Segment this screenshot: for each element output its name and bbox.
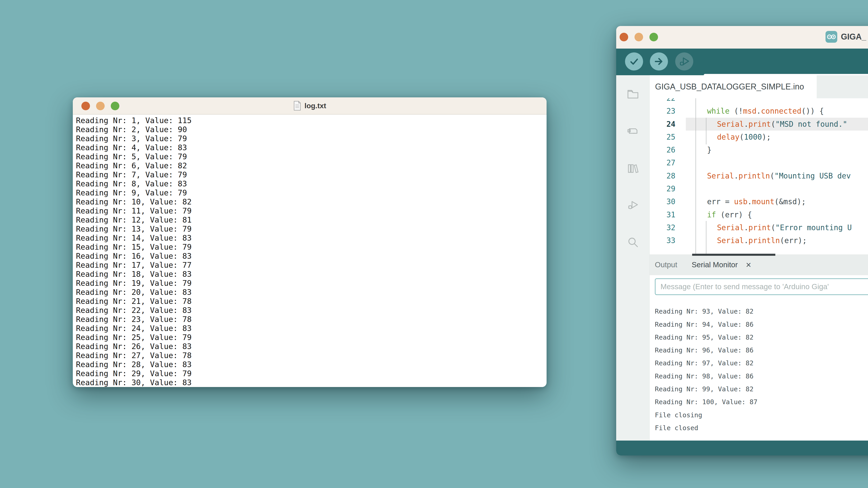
check-icon (629, 56, 639, 67)
books-icon (627, 162, 639, 175)
code-text: while (!msd.connected()) { (686, 105, 868, 118)
serial-message-input[interactable] (655, 278, 868, 295)
close-button[interactable] (81, 102, 90, 110)
zoom-button[interactable] (649, 33, 658, 41)
log-window-title: log.txt (305, 102, 326, 110)
code-line: 33Serial.println(err); (650, 234, 868, 247)
serial-monitor-panel: Reading Nr: 92, Value: 86Reading Nr: 93,… (650, 275, 868, 441)
ide-statusbar (616, 441, 868, 455)
line-number: 33 (650, 234, 675, 247)
serial-line: Reading Nr: 93, Value: 82 (655, 305, 868, 318)
document-icon (293, 101, 301, 111)
log-line: Reading Nr: 26, Value: 83 (76, 342, 547, 351)
code-text: err = usb.mount(&msd); (686, 195, 868, 208)
code-line: 23while (!msd.connected()) { (650, 105, 868, 118)
line-number: 30 (650, 195, 675, 208)
verify-button[interactable] (625, 53, 643, 70)
code-text: Serial.print("Error mounting U (686, 221, 868, 234)
close-serial-monitor-icon[interactable]: × (746, 260, 751, 269)
log-text[interactable]: Reading Nr: 1, Value: 115Reading Nr: 2, … (73, 115, 547, 387)
minimize-button[interactable] (96, 102, 105, 110)
serial-line: Reading Nr: 95, Value: 82 (655, 331, 868, 344)
code-editor[interactable]: 2223while (!msd.connected()) {24Serial.p… (650, 98, 868, 254)
code-text (686, 98, 868, 105)
code-text: Serial.println("Mounting USB dev (686, 169, 868, 182)
line-number: 23 (650, 105, 675, 118)
editor-content-area: GIGA_USB_DATALOGGER_SIMPLE.ino 2223while… (650, 75, 868, 441)
log-line: Reading Nr: 17, Value: 77 (76, 260, 547, 269)
ide-title-wrap: GIGA_ (826, 31, 866, 43)
ide-titlebar[interactable]: GIGA_ (616, 26, 868, 48)
serial-line: Reading Nr: 100, Value: 87 (655, 396, 868, 409)
zoom-button[interactable] (111, 102, 119, 110)
log-line: Reading Nr: 7, Value: 79 (76, 170, 547, 179)
indent-guide (706, 118, 706, 144)
arduino-ide-window: GIGA_ (616, 26, 868, 455)
code-line: 22 (650, 98, 868, 105)
log-line: Reading Nr: 28, Value: 83 (76, 360, 547, 369)
log-traffic-lights (81, 102, 119, 110)
log-window: log.txt Reading Nr: 1, Value: 115Reading… (73, 97, 547, 387)
folder-icon (627, 88, 639, 100)
log-title-wrap: log.txt (293, 101, 326, 111)
log-line: Reading Nr: 6, Value: 82 (76, 161, 547, 170)
debug-icon (627, 199, 639, 212)
serial-line: File closed (655, 422, 868, 434)
sidebar-item-library-manager[interactable] (627, 162, 639, 175)
serial-line: Reading Nr: 97, Value: 82 (655, 357, 868, 369)
serial-line: Reading Nr: 98, Value: 86 (655, 370, 868, 383)
serial-output[interactable]: Reading Nr: 92, Value: 86Reading Nr: 93,… (655, 304, 868, 440)
code-rows: 2223while (!msd.connected()) {24Serial.p… (650, 98, 868, 247)
code-text: Serial.println(err); (686, 234, 868, 247)
desktop: log.txt Reading Nr: 1, Value: 115Reading… (0, 0, 868, 488)
sketch-tab[interactable]: GIGA_USB_DATALOGGER_SIMPLE.ino (650, 75, 817, 98)
code-line: 28Serial.println("Mounting USB dev (650, 169, 868, 182)
serial-line: Reading Nr: 96, Value: 86 (655, 344, 868, 357)
log-line: Reading Nr: 12, Value: 81 (76, 215, 547, 224)
indent-guide (695, 98, 696, 254)
code-line: 32Serial.print("Error mounting U (650, 221, 868, 234)
ide-window-title: GIGA_ (841, 32, 866, 41)
code-line: 26} (650, 143, 868, 156)
code-text (686, 156, 868, 169)
sidebar-item-debug[interactable] (627, 199, 639, 212)
log-line: Reading Nr: 18, Value: 83 (76, 269, 547, 279)
close-button[interactable] (620, 33, 628, 41)
debug-button[interactable] (675, 53, 693, 70)
log-line: Reading Nr: 16, Value: 83 (76, 252, 547, 260)
log-line: Reading Nr: 9, Value: 79 (76, 188, 547, 197)
log-titlebar[interactable]: log.txt (73, 97, 547, 115)
line-number: 32 (650, 221, 675, 234)
log-line: Reading Nr: 29, Value: 79 (76, 369, 547, 378)
panel-tab-output[interactable]: Output (655, 260, 677, 269)
line-number: 27 (650, 156, 675, 169)
code-line: 27 (650, 156, 868, 169)
log-line: Reading Nr: 23, Value: 78 (76, 315, 547, 324)
log-line: Reading Nr: 27, Value: 78 (76, 351, 547, 360)
ide-traffic-lights (620, 33, 658, 41)
serial-line: File closing (655, 409, 868, 422)
minimize-button[interactable] (634, 33, 643, 41)
log-line: Reading Nr: 21, Value: 78 (76, 297, 547, 306)
log-line: Reading Nr: 5, Value: 79 (76, 152, 547, 161)
log-line: Reading Nr: 15, Value: 79 (76, 242, 547, 252)
log-line: Reading Nr: 8, Value: 83 (76, 179, 547, 188)
line-number: 26 (650, 143, 675, 156)
log-line: Reading Nr: 10, Value: 82 (76, 197, 547, 206)
arrow-right-icon (654, 56, 664, 67)
log-line: Reading Nr: 19, Value: 79 (76, 279, 547, 288)
code-text: } (686, 143, 868, 156)
code-line: 29 (650, 182, 868, 195)
panel-tab-serial-monitor[interactable]: Serial Monitor (692, 260, 738, 269)
code-text: delay(1000); (686, 131, 868, 143)
serial-line: Reading Nr: 99, Value: 82 (655, 383, 868, 396)
code-text (686, 182, 868, 195)
line-number: 22 (650, 98, 675, 105)
editor-tabbar: GIGA_USB_DATALOGGER_SIMPLE.ino (650, 75, 868, 98)
sidebar-item-search[interactable] (627, 236, 639, 249)
upload-button[interactable] (650, 53, 668, 70)
log-line: Reading Nr: 14, Value: 83 (76, 233, 547, 242)
sidebar-item-sketchbook[interactable] (627, 88, 639, 100)
log-line: Reading Nr: 4, Value: 83 (76, 143, 547, 152)
sidebar-item-boards-manager[interactable] (627, 125, 639, 137)
